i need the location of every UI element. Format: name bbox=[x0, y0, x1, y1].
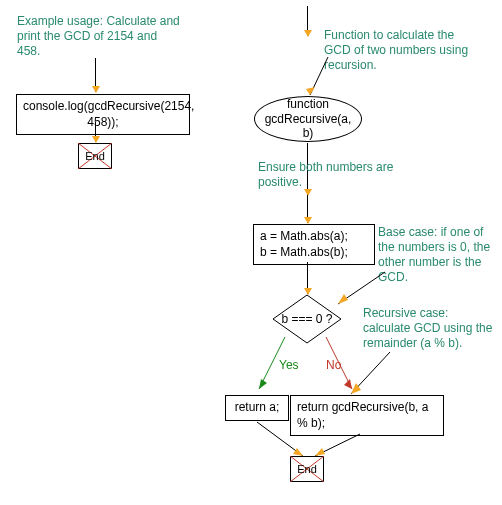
note-func-desc: Function to calculate the GCD of two num… bbox=[324, 28, 474, 73]
node-end-left: End bbox=[78, 143, 112, 169]
note-base-case: Base case: if one of the numbers is 0, t… bbox=[378, 225, 496, 285]
svg-marker-9 bbox=[351, 383, 361, 394]
branch-no: No bbox=[326, 358, 341, 372]
arrow-ensure-to-abs bbox=[307, 195, 308, 223]
node-condition: b === 0 ? bbox=[272, 294, 342, 344]
branch-yes: Yes bbox=[279, 358, 299, 372]
node-return-recursive: return gcdRecursive(b, a % b); bbox=[290, 395, 444, 436]
svg-marker-4 bbox=[306, 87, 315, 95]
note-recursive: Recursive case: calculate GCD using the … bbox=[363, 306, 497, 351]
node-console-log: console.log(gcdRecursive(2154, 458)); bbox=[16, 94, 190, 135]
arrow-top-right bbox=[307, 6, 308, 36]
note-example: Example usage: Calculate and print the G… bbox=[17, 14, 182, 59]
svg-marker-15 bbox=[293, 448, 303, 456]
node-abs: a = Math.abs(a); b = Math.abs(b); bbox=[253, 224, 375, 265]
node-end-right: End bbox=[290, 456, 324, 482]
note-ensure-pos: Ensure both numbers are positive. bbox=[258, 160, 398, 190]
end-label-left: End bbox=[78, 143, 112, 169]
condition-label: b === 0 ? bbox=[272, 294, 342, 344]
svg-marker-11 bbox=[259, 379, 267, 389]
arrow-log-to-end bbox=[95, 122, 96, 142]
end-label-right: End bbox=[290, 456, 324, 482]
func-decl-label: function gcdRecursive(a, b) bbox=[263, 97, 353, 140]
arrow-abs-to-cond bbox=[307, 262, 308, 294]
svg-line-16 bbox=[315, 434, 360, 456]
pointer-recursive bbox=[345, 350, 395, 400]
node-return-a: return a; bbox=[225, 395, 289, 421]
svg-line-8 bbox=[351, 352, 390, 394]
svg-marker-13 bbox=[344, 379, 352, 389]
arrow-example-to-log bbox=[95, 58, 96, 92]
svg-marker-17 bbox=[315, 448, 325, 456]
node-func-decl: function gcdRecursive(a, b) bbox=[254, 96, 362, 142]
